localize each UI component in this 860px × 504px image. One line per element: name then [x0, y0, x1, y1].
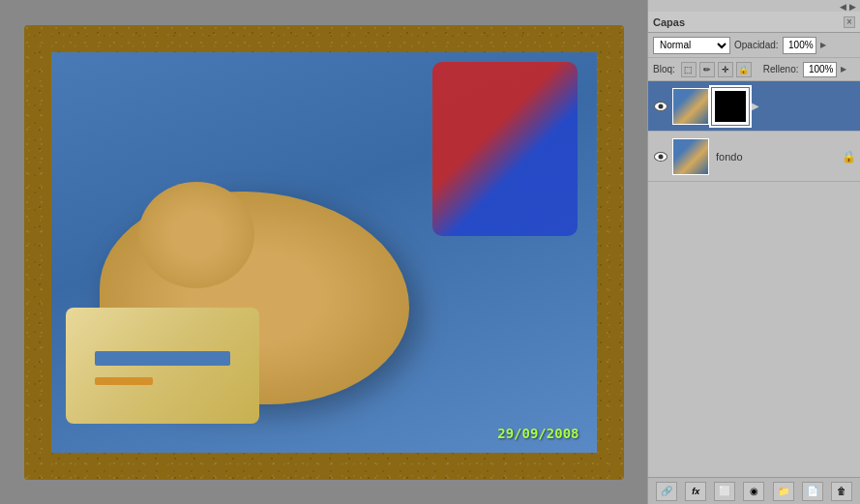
- layer-visibility-toggle[interactable]: [652, 148, 669, 165]
- opacity-input[interactable]: [783, 37, 816, 54]
- layer-item[interactable]: ▶: [648, 81, 860, 132]
- pillow-stripe1: [95, 351, 230, 366]
- adjustment-button[interactable]: ◉: [743, 482, 764, 501]
- lock-transparency-button[interactable]: ⬚: [681, 62, 697, 77]
- eye-icon: [654, 152, 667, 162]
- image-container: 29/09/2008: [24, 25, 624, 480]
- pillow: [66, 308, 259, 424]
- layer-visibility-toggle[interactable]: [652, 98, 669, 115]
- lock-paint-button[interactable]: ✏: [699, 62, 715, 77]
- opacity-arrow-icon[interactable]: ▶: [820, 41, 826, 49]
- layer-mask-thumbnail: [712, 88, 749, 125]
- new-group-button[interactable]: 📁: [773, 482, 794, 501]
- pillow-stripe2: [95, 377, 153, 385]
- opacity-label: Opacidad:: [734, 40, 779, 50]
- dog-head: [138, 182, 254, 288]
- layer-name: fondo: [712, 151, 839, 163]
- folder-icon: 📁: [778, 486, 789, 496]
- add-mask-button[interactable]: ⬜: [714, 482, 735, 501]
- close-button[interactable]: ×: [844, 16, 855, 28]
- panel-header: Capas ×: [648, 12, 860, 33]
- link-layers-button[interactable]: 🔗: [656, 482, 677, 501]
- top-scroll-area: ◀ ▶: [648, 0, 860, 12]
- photo-inner: 29/09/2008: [51, 52, 597, 453]
- background-fabric: [432, 62, 578, 236]
- date-stamp: 29/09/2008: [497, 426, 578, 441]
- panel-bottom-toolbar: 🔗 fx ⬜ ◉ 📁 📄 🗑: [648, 477, 860, 504]
- delete-layer-button[interactable]: 🗑: [831, 482, 852, 501]
- layer-thumb-photo: [673, 89, 708, 124]
- layer-photo-thumbnail: [672, 88, 709, 125]
- fill-label: Relleno:: [763, 64, 799, 74]
- new-layer-icon: 📄: [807, 486, 818, 496]
- new-layer-button[interactable]: 📄: [802, 482, 823, 501]
- fx-icon: fx: [692, 487, 699, 496]
- layer-fx-button[interactable]: fx: [685, 482, 706, 501]
- eye-icon: [654, 102, 667, 111]
- panel-title: Capas: [653, 16, 685, 28]
- fill-input[interactable]: [803, 62, 837, 77]
- mask-icon: ⬜: [719, 486, 730, 496]
- scroll-right-icon[interactable]: ▶: [849, 2, 856, 12]
- layer-item[interactable]: fondo 🔒: [648, 132, 860, 182]
- blend-mode-select[interactable]: Normal: [653, 37, 730, 54]
- adjust-icon: ◉: [750, 486, 758, 496]
- layer-options-icon[interactable]: ▶: [752, 101, 759, 111]
- fill-arrow-icon[interactable]: ▶: [841, 65, 846, 74]
- layers-list: ▶ fondo 🔒: [648, 81, 860, 477]
- blend-opacity-row: Normal Opacidad: ▶: [648, 33, 860, 58]
- lock-move-button[interactable]: ✛: [718, 62, 733, 77]
- scroll-left-icon[interactable]: ◀: [840, 2, 846, 12]
- link-icon: 🔗: [661, 486, 672, 496]
- lock-label: Bloq:: [653, 64, 675, 74]
- trash-icon: 🗑: [837, 486, 846, 496]
- lock-all-button[interactable]: 🔒: [736, 62, 752, 77]
- layers-panel: ◀ ▶ Capas × Normal Opacidad: ▶ Bloq: ⬚ ✏…: [647, 0, 860, 504]
- layer-photo-thumbnail: [672, 138, 709, 175]
- canvas-area: 29/09/2008: [0, 0, 647, 504]
- layer-thumb-black: [713, 89, 748, 124]
- lock-icons-group: ⬚ ✏ ✛ 🔒: [681, 62, 752, 77]
- lock-fill-row: Bloq: ⬚ ✏ ✛ 🔒 Relleno: ▶: [648, 58, 860, 81]
- layer-lock-icon: 🔒: [842, 150, 856, 163]
- layer-thumb-photo: [673, 139, 708, 174]
- photo-content: 29/09/2008: [51, 52, 597, 453]
